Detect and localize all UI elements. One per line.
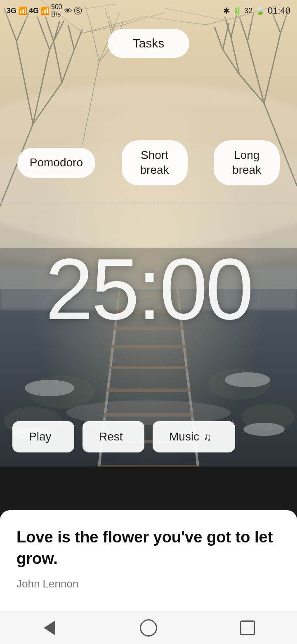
long-break-button[interactable]: Longbreak: [214, 140, 280, 185]
quote-author: John Lennon: [16, 578, 280, 590]
mode-buttons-row: Pomodoro Shortbreak Longbreak: [0, 140, 297, 185]
signal-bars: 📶: [18, 6, 27, 15]
signal-4g: 4G: [29, 7, 39, 15]
signal-bars-2: 📶: [40, 6, 50, 15]
music-note-icon: ♫: [203, 431, 212, 443]
battery-icon: 🔋: [233, 6, 242, 15]
rest-button[interactable]: Rest: [82, 421, 144, 452]
bluetooth-icon: ✱: [223, 6, 230, 16]
eye-icon: 👁: [64, 6, 72, 16]
music-button[interactable]: Music ♫: [153, 421, 235, 452]
data-speed: 500B/s: [51, 3, 62, 18]
status-right: ✱ 🔋 32 🍃 01:40: [223, 5, 290, 16]
short-break-button[interactable]: Shortbreak: [122, 140, 188, 185]
background-scene: [0, 0, 297, 466]
pomodoro-button[interactable]: Pomodoro: [17, 148, 95, 178]
play-button[interactable]: Play: [12, 421, 74, 452]
nav-bar: [0, 611, 297, 644]
nav-back-button[interactable]: [37, 616, 62, 640]
action-buttons: Play Rest Music ♫: [0, 421, 297, 452]
status-left: 3G 📶 4G 📶 500B/s 👁 Ⓢ: [7, 3, 82, 18]
signal-3g: 3G: [7, 7, 16, 15]
quote-card: Love is the flower you've got to let gro…: [0, 510, 297, 611]
tasks-button[interactable]: Tasks: [108, 29, 189, 58]
dollar-icon: Ⓢ: [74, 5, 82, 17]
nav-home-button[interactable]: [136, 616, 161, 640]
battery-percent: 32: [244, 7, 252, 15]
leaf-icon: 🍃: [255, 6, 265, 16]
status-bar: 3G 📶 4G 📶 500B/s 👁 Ⓢ ✱ 🔋 32 🍃 01:40: [0, 0, 297, 21]
nav-recent-button[interactable]: [235, 616, 260, 640]
divider: [0, 202, 297, 204]
quote-text: Love is the flower you've got to let gro…: [16, 527, 280, 569]
timer-display: 25:00: [0, 239, 297, 339]
music-label: Music: [169, 430, 199, 443]
clock-time: 01:40: [268, 5, 290, 16]
